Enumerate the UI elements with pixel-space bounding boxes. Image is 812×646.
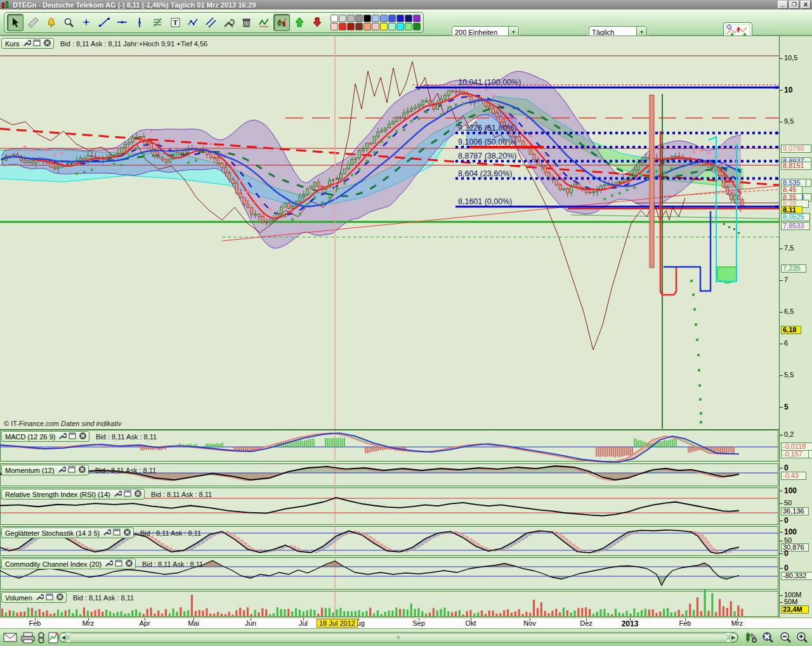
- zoom-out-icon[interactable]: [778, 631, 793, 644]
- point-tool-icon[interactable]: [78, 14, 95, 31]
- close-button[interactable]: X: [801, 1, 811, 9]
- color-swatch[interactable]: [355, 23, 363, 30]
- close-panel-icon[interactable]: [123, 528, 131, 538]
- color-swatch[interactable]: [363, 23, 371, 30]
- panel-quote-info: Bid : 8,11 Ask : 8,11 Jahr:+Hoch 9,91 +T…: [60, 40, 207, 48]
- trendline-tool-icon[interactable]: [96, 14, 112, 31]
- close-panel-icon[interactable]: [134, 489, 142, 499]
- wrench-icon[interactable]: [114, 489, 122, 499]
- print-icon[interactable]: [20, 631, 36, 644]
- color-swatch[interactable]: [396, 23, 404, 30]
- scroll-left-icon[interactable]: ◀: [59, 633, 68, 642]
- color-swatch[interactable]: [405, 23, 412, 30]
- window-icon[interactable]: [33, 39, 41, 48]
- parallel-lines-tool-icon[interactable]: [202, 14, 219, 31]
- window-icon[interactable]: [68, 465, 76, 475]
- panel-quote-info: Bid : 8,11 Ask : 8,11: [142, 560, 203, 568]
- horizontal-segment-tool-icon[interactable]: [114, 14, 130, 31]
- panel-title: Kurs: [4, 40, 21, 48]
- fibonacci-tool-icon[interactable]: [149, 14, 166, 31]
- polyline-tool-icon[interactable]: [185, 14, 201, 31]
- price-level-badge: 8,0525: [781, 213, 810, 221]
- arrow-up-tool-icon[interactable]: [291, 14, 308, 31]
- mail-icon[interactable]: [3, 631, 18, 644]
- panel-title: Commodity Channel Index (20): [4, 560, 103, 568]
- color-swatch[interactable]: [331, 23, 338, 30]
- panel-title: MACD (12 26 9): [4, 433, 56, 441]
- delete-tool-icon[interactable]: [238, 14, 254, 31]
- panel-header-vol: Volumen: [1, 592, 67, 603]
- color-swatch[interactable]: [380, 23, 388, 30]
- units-dropdown-value: 200 Einheiten: [452, 29, 508, 36]
- settings-tool-icon[interactable]: [220, 14, 237, 31]
- close-panel-icon[interactable]: [43, 39, 51, 48]
- color-swatch[interactable]: [347, 23, 355, 30]
- close-panel-icon[interactable]: [125, 559, 133, 569]
- minimize-button[interactable]: _: [778, 1, 788, 9]
- price-axis-label: 7: [784, 276, 788, 283]
- pointer-tool-icon[interactable]: [7, 14, 23, 31]
- text-tool-icon[interactable]: T: [167, 14, 183, 31]
- alarm-tool-icon[interactable]: [43, 14, 59, 31]
- window-icon[interactable]: [46, 593, 54, 602]
- rsi-value-badge: 36,136: [781, 507, 809, 515]
- color-swatch[interactable]: [372, 23, 379, 30]
- color-swatch[interactable]: [396, 15, 404, 22]
- price-axis-label: 6: [784, 339, 788, 347]
- window-icon[interactable]: [69, 432, 77, 441]
- maximize-button[interactable]: ❐: [789, 1, 799, 9]
- zoom-tool-icon[interactable]: [60, 14, 77, 31]
- color-swatch[interactable]: [388, 15, 396, 22]
- zoom-range-icon[interactable]: [760, 631, 775, 644]
- arrow-down-tool-icon[interactable]: [309, 14, 325, 31]
- color-swatch[interactable]: [413, 15, 421, 22]
- wrench-icon[interactable]: [58, 465, 66, 475]
- color-swatch[interactable]: [363, 15, 371, 22]
- close-panel-icon[interactable]: [79, 432, 87, 441]
- color-swatch[interactable]: [347, 15, 355, 22]
- close-panel-icon[interactable]: [78, 465, 86, 475]
- trading-app-window: DTEGn - Deutsche Telekom AG (-) 8,11 (-1…: [0, 0, 812, 646]
- scrollbar-thumb[interactable]: ≡: [69, 633, 728, 642]
- chart-settings-icon[interactable]: [743, 631, 759, 644]
- macd-value-badge: -0,157: [781, 450, 809, 458]
- color-swatch[interactable]: [331, 15, 338, 22]
- color-swatch[interactable]: [372, 15, 379, 22]
- time-axis-label: Mrz: [82, 619, 94, 627]
- rsi-axis-label: 50: [784, 499, 792, 507]
- color-swatch[interactable]: [339, 15, 346, 22]
- window-icon[interactable]: [113, 528, 121, 538]
- color-palette: [331, 15, 421, 30]
- wrench-icon[interactable]: [36, 593, 44, 602]
- horizontal-scrollbar[interactable]: ◀ ≡ ▶: [58, 632, 738, 643]
- color-swatch[interactable]: [413, 23, 421, 30]
- scroll-right-icon[interactable]: ▶: [729, 633, 738, 642]
- time-axis-label: Jun: [245, 619, 256, 627]
- color-swatch[interactable]: [380, 15, 388, 22]
- color-swatch[interactable]: [388, 23, 396, 30]
- window-icon[interactable]: [115, 559, 123, 569]
- vol-axis-label: 50M: [784, 598, 797, 605]
- panel-quote-info: Bid : 8,11 Ask : 8,11: [95, 467, 156, 474]
- time-axis-label: Sep: [412, 619, 425, 627]
- close-panel-icon[interactable]: [56, 593, 64, 602]
- wrench-icon[interactable]: [103, 528, 111, 538]
- vertical-line-tool-icon[interactable]: [131, 14, 148, 31]
- time-axis-label: Mrz: [731, 619, 743, 627]
- link-icon[interactable]: [37, 631, 46, 644]
- window-icon[interactable]: [124, 489, 132, 499]
- time-axis: FebMrzAprMaiJunJulAugSepOktNovDez2013Feb…: [0, 617, 812, 628]
- macd-axis-label: 0,2: [784, 430, 794, 438]
- color-swatch[interactable]: [405, 15, 412, 22]
- wrench-icon[interactable]: [23, 39, 31, 48]
- zoom-in-icon[interactable]: [794, 631, 809, 644]
- price-axis-label: 5,5: [784, 371, 794, 378]
- color-swatch[interactable]: [355, 15, 363, 22]
- ruler-tool-icon[interactable]: [25, 14, 41, 31]
- color-swatch[interactable]: [339, 23, 346, 30]
- wrench-icon[interactable]: [58, 432, 67, 441]
- line-chart-mode-tool-icon[interactable]: [256, 14, 272, 31]
- price-axis-label: 5: [784, 403, 789, 411]
- candle-chart-mode-tool-icon[interactable]: [273, 14, 290, 31]
- wrench-icon[interactable]: [105, 559, 113, 569]
